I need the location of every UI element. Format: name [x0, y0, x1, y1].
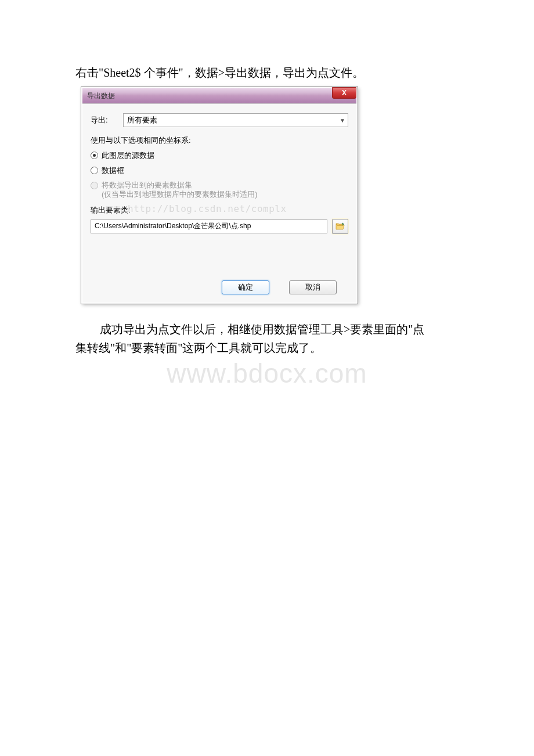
dialog-body: 导出: 所有要素 ▼ 使用与以下选项相同的坐标系: 此图层的源数据 数据框 [82, 103, 356, 303]
radio-label: 数据框 [102, 165, 124, 176]
cancel-button[interactable]: 取消 [289, 280, 337, 294]
radio-group: 此图层的源数据 数据框 将数据导出到的要素数据集 (仅当导出到地理数据库中的要素… [91, 150, 348, 200]
dialog-button-row: 确定 取消 [91, 280, 348, 294]
export-label: 导出: [91, 115, 123, 125]
dialog-titlebar: 导出数据 X [82, 88, 356, 103]
radio-icon [91, 167, 98, 174]
output-label: 输出要素类: [91, 206, 131, 214]
dialog-title: 导出数据 [87, 91, 115, 101]
output-label-row: 输出要素类: http://blog.csdn.net/complx [91, 204, 348, 215]
output-path-input[interactable]: C:\Users\Administrator\Desktop\金芒果公司\点.s… [91, 219, 327, 233]
export-row: 导出: 所有要素 ▼ [91, 113, 348, 127]
chevron-down-icon: ▼ [340, 117, 345, 124]
browse-button[interactable] [332, 219, 348, 234]
followup-text: 成功导出为点文件以后，相继使用数据管理工具>要素里面的"点 集转线"和"要素转面… [75, 320, 470, 357]
radio-source-data[interactable]: 此图层的源数据 [91, 150, 348, 161]
export-select[interactable]: 所有要素 ▼ [123, 113, 348, 127]
radio-label: 此图层的源数据 [102, 150, 154, 161]
ok-button[interactable]: 确定 [222, 280, 269, 294]
radio-feature-dataset: 将数据导出到的要素数据集 (仅当导出到地理数据库中的要素数据集时适用) [91, 181, 348, 200]
folder-open-icon [335, 222, 345, 230]
radio-label: 将数据导出到的要素数据集 (仅当导出到地理数据库中的要素数据集时适用) [102, 181, 258, 200]
radio-icon [91, 152, 98, 159]
page-watermark: www.bdocx.com [0, 358, 534, 389]
radio-data-frame[interactable]: 数据框 [91, 165, 348, 176]
watermark-url: http://blog.csdn.net/complx [128, 203, 287, 214]
export-select-value: 所有要素 [127, 115, 157, 125]
close-button[interactable]: X [332, 87, 356, 99]
output-path-row: C:\Users\Administrator\Desktop\金芒果公司\点.s… [91, 219, 348, 234]
close-icon: X [342, 89, 347, 97]
radio-icon [91, 182, 98, 189]
export-dialog: 导出数据 X 导出: 所有要素 ▼ 使用与以下选项相同的坐标系: 此图层的源数据 [81, 87, 358, 304]
coord-system-label: 使用与以下选项相同的坐标系: [91, 135, 348, 146]
instruction-text: 右击"Sheet2$ 个事件"，数据>导出数据，导出为点文件。 [75, 64, 470, 81]
